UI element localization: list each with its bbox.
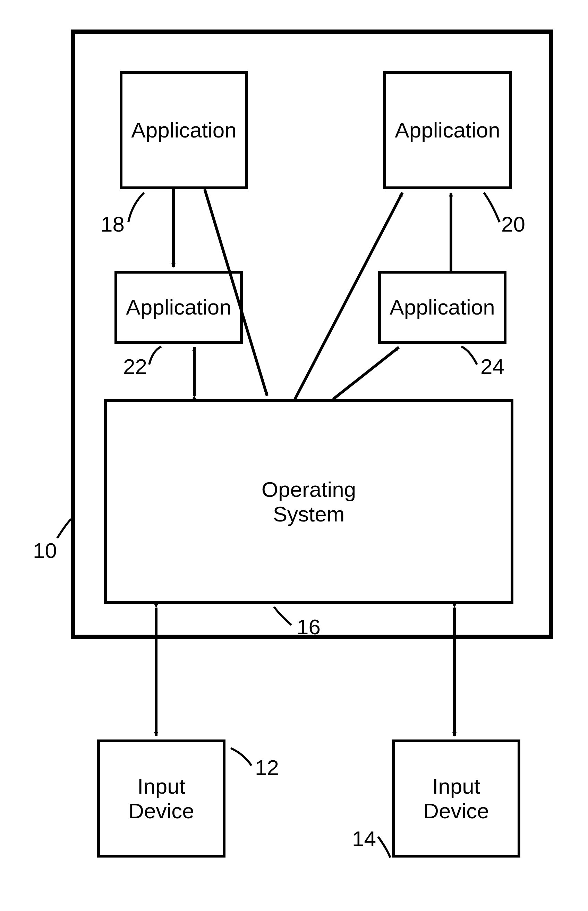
input-device-12-label: Input Device [128,774,194,823]
operating-system-label: Operating System [262,477,356,527]
application-20-label: Application [395,118,500,142]
application-18: Application [120,71,248,189]
application-22: Application [115,271,243,344]
application-18-label: Application [131,118,236,142]
application-20: Application [383,71,512,189]
ref-16: 16 [297,614,321,639]
ref-18: 18 [100,212,124,237]
operating-system: Operating System [104,399,514,604]
application-22-label: Application [126,295,231,319]
ref-24: 24 [480,354,504,379]
ref-14: 14 [352,826,376,851]
input-device-12: Input Device [97,739,226,858]
input-device-14-label: Input Device [423,774,489,823]
ref-10: 10 [33,538,57,563]
application-24-label: Application [389,295,495,319]
input-device-14: Input Device [392,739,520,858]
ref-22: 22 [123,354,147,379]
ref-12: 12 [255,755,279,780]
application-24: Application [378,271,506,344]
ref-20: 20 [501,212,525,237]
